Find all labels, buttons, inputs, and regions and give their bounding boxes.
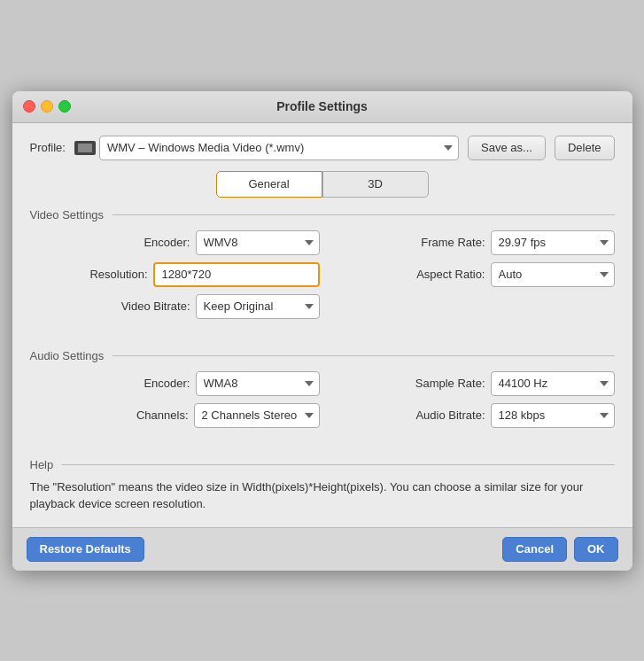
footer: Restore Defaults Cancel OK xyxy=(12,527,632,571)
cancel-button[interactable]: Cancel xyxy=(502,537,567,562)
video-settings-section: Video Settings Encoder: WMV8 Frame Rate:… xyxy=(30,208,615,319)
audio-settings-grid: Encoder: WMA8 Sample Rate: 44100 Hz Chan… xyxy=(30,371,615,428)
window-title: Profile Settings xyxy=(276,99,368,113)
audio-settings-label: Audio Settings xyxy=(30,349,105,362)
help-text: The "Resolution" means the video size in… xyxy=(30,478,615,513)
frame-rate-select[interactable]: 29.97 fps xyxy=(491,230,615,255)
help-header: Help xyxy=(30,458,615,471)
resolution-row: Resolution: xyxy=(39,262,320,287)
video-settings-grid: Encoder: WMV8 Frame Rate: 29.97 fps Reso… xyxy=(30,230,615,319)
spacer1 xyxy=(30,330,615,338)
audio-settings-line xyxy=(113,355,614,356)
tab-general[interactable]: General xyxy=(216,171,322,198)
tabs-row: General 3D xyxy=(30,171,615,198)
resolution-label: Resolution: xyxy=(89,268,147,281)
sample-rate-select[interactable]: 44100 Hz xyxy=(491,371,615,396)
aspect-ratio-select[interactable]: Auto xyxy=(491,262,615,287)
video-settings-line xyxy=(113,214,614,215)
ok-button[interactable]: OK xyxy=(574,537,618,562)
video-bitrate-select[interactable]: Keep Original xyxy=(196,294,320,319)
audio-bitrate-label: Audio Bitrate: xyxy=(415,408,485,422)
save-as-button[interactable]: Save as... xyxy=(468,136,546,160)
encoder-select[interactable]: WMV8 xyxy=(196,230,320,255)
encoder-row: Encoder: WMV8 xyxy=(39,230,320,255)
help-section: Help The "Resolution" means the video si… xyxy=(30,458,615,513)
minimize-button[interactable] xyxy=(41,100,53,113)
channels-row: Channels: 2 Channels Stereo xyxy=(39,403,320,428)
resolution-input[interactable] xyxy=(153,262,320,287)
spacer2 xyxy=(30,439,615,447)
delete-button[interactable]: Delete xyxy=(555,136,615,160)
audio-encoder-row: Encoder: WMA8 xyxy=(39,371,320,396)
profile-dropdown[interactable]: WMV – Windows Media Video (*.wmv) xyxy=(99,136,459,160)
profile-label: Profile: xyxy=(30,141,66,154)
frame-rate-row: Frame Rate: 29.97 fps xyxy=(334,230,615,255)
audio-encoder-select[interactable]: WMA8 xyxy=(196,371,320,396)
channels-select[interactable]: 2 Channels Stereo xyxy=(194,403,320,428)
restore-defaults-button[interactable]: Restore Defaults xyxy=(27,537,144,562)
video-settings-label: Video Settings xyxy=(30,208,105,222)
frame-rate-label: Frame Rate: xyxy=(421,236,485,249)
profile-icon xyxy=(74,141,96,155)
window-content: Profile: WMV – Windows Media Video (*.wm… xyxy=(12,123,632,527)
close-button[interactable] xyxy=(23,100,35,113)
audio-encoder-label: Encoder: xyxy=(144,377,190,390)
maximize-button[interactable] xyxy=(58,100,71,113)
help-label: Help xyxy=(30,458,54,471)
tab-3d[interactable]: 3D xyxy=(322,171,429,198)
help-line xyxy=(62,464,614,465)
video-settings-header: Video Settings xyxy=(30,208,615,222)
video-bitrate-row: Video Bitrate: Keep Original xyxy=(39,294,320,319)
profile-settings-window: Profile Settings Profile: WMV – Windows … xyxy=(12,91,632,571)
profile-row: Profile: WMV – Windows Media Video (*.wm… xyxy=(30,136,615,160)
audio-settings-header: Audio Settings xyxy=(30,349,615,362)
video-bitrate-label: Video Bitrate: xyxy=(121,299,190,313)
sample-rate-label: Sample Rate: xyxy=(415,377,485,390)
footer-right: Cancel OK xyxy=(502,537,617,562)
encoder-label: Encoder: xyxy=(144,236,190,249)
audio-bitrate-row: Audio Bitrate: 128 kbps xyxy=(334,403,615,428)
profile-select-wrap: WMV – Windows Media Video (*.wmv) xyxy=(74,136,459,160)
aspect-ratio-label: Aspect Ratio: xyxy=(416,268,485,281)
channels-label: Channels: xyxy=(136,408,189,422)
audio-bitrate-select[interactable]: 128 kbps xyxy=(491,403,615,428)
audio-settings-section: Audio Settings Encoder: WMA8 Sample Rate… xyxy=(30,349,615,428)
aspect-ratio-row: Aspect Ratio: Auto xyxy=(334,262,615,287)
traffic-lights xyxy=(23,100,71,113)
title-bar: Profile Settings xyxy=(12,91,632,123)
placeholder-empty xyxy=(334,294,615,319)
sample-rate-row: Sample Rate: 44100 Hz xyxy=(334,371,615,396)
